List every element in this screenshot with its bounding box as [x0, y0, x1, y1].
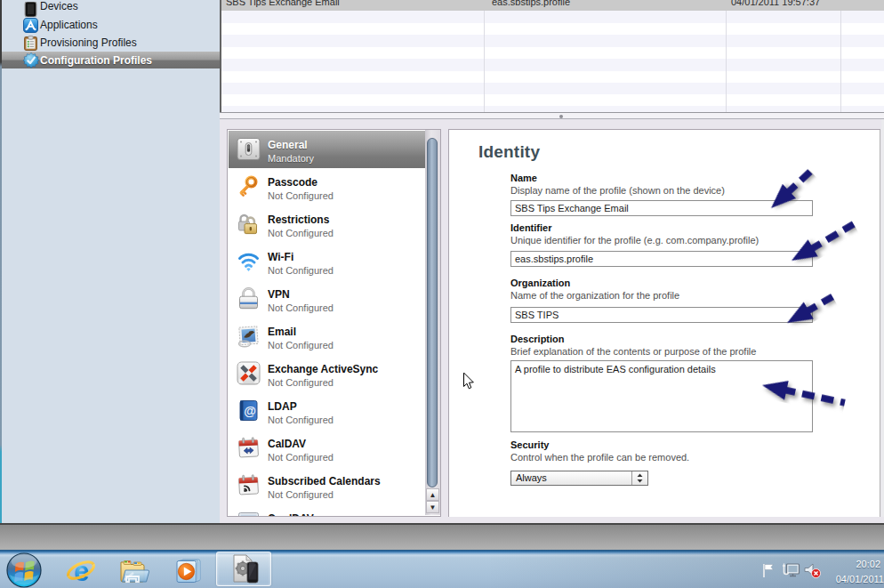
- svg-text:@: @: [244, 404, 256, 418]
- svg-text:e: e: [74, 556, 89, 586]
